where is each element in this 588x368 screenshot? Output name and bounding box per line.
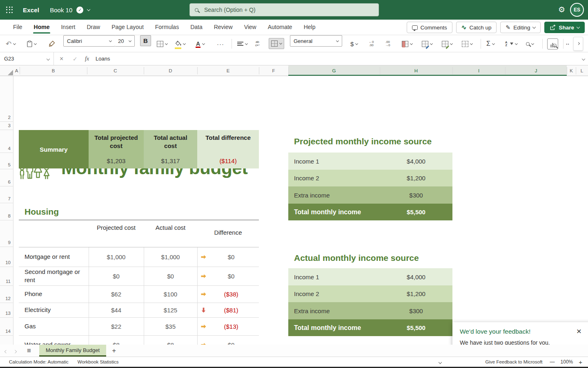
housing-row-phone[interactable]: Phone $62 $100 ($38) (19, 285, 259, 303)
zoom-in-button[interactable]: + (579, 359, 582, 366)
housing-title[interactable]: Housing (24, 207, 59, 217)
expand-ribbon-button[interactable] (573, 37, 583, 51)
income-row[interactable]: Income 2 $1,200 (288, 285, 452, 302)
number-format-select[interactable]: General (290, 35, 342, 47)
prev-sheet-chevron-icon[interactable] (5, 347, 7, 355)
col-header-a[interactable]: A (13, 65, 20, 76)
col-header-j[interactable]: J (505, 65, 567, 76)
income-row[interactable]: Income 1 $4,000 (288, 153, 452, 170)
col-header-g[interactable]: G (288, 65, 380, 76)
cell-styles-button[interactable] (442, 35, 452, 52)
status-options-chevron-icon[interactable] (439, 359, 441, 364)
housing-row-mortgage[interactable]: Mortgage or rent $1,000 $1,000 $0 (19, 247, 259, 267)
decrease-decimal-button[interactable]: .00→0 (385, 35, 390, 52)
more-commands-button[interactable]: ·· (566, 35, 570, 52)
menu-insert[interactable]: Insert (55, 20, 81, 35)
row-header-14[interactable]: 14 (1, 329, 11, 334)
col-header-f[interactable]: F (259, 65, 288, 76)
merge-cells-button[interactable] (269, 38, 284, 49)
editing-mode-button[interactable]: ✎Editing (500, 22, 541, 33)
housing-row-gas[interactable]: Gas $22 $35 ($13) (19, 317, 259, 335)
saved-status-icon[interactable]: ✓ (76, 7, 83, 13)
more-font-options-button[interactable]: ··· (217, 35, 224, 52)
give-feedback-link[interactable]: Give Feedback to Microsoft (486, 359, 543, 364)
menu-page-layout[interactable]: Page Layout (106, 20, 149, 35)
undo-button[interactable]: ↶ (6, 35, 16, 52)
borders-button[interactable] (157, 35, 167, 52)
menu-data[interactable]: Data (185, 20, 208, 35)
sort-filter-button[interactable]: AZ (505, 35, 517, 52)
autosum-button[interactable]: Σ (486, 35, 494, 52)
menu-draw[interactable]: Draw (81, 20, 106, 35)
font-name-select[interactable]: Calibri (63, 35, 115, 47)
row-header-11[interactable]: 11 (1, 279, 11, 284)
format-painter-button[interactable] (48, 35, 55, 52)
housing-col-actual[interactable]: Actual cost (144, 223, 197, 233)
row-header-5[interactable]: 5 (1, 162, 11, 167)
spreadsheet-grid[interactable]: 2 3 4 5 6 7 8 9 10 11 12 13 14 Monthly f… (0, 76, 588, 345)
row-header-8[interactable]: 8 (1, 213, 11, 218)
col-header-h[interactable]: H (380, 65, 452, 76)
align-button[interactable] (237, 35, 247, 52)
row-header-9[interactable]: 9 (1, 240, 11, 245)
col-header-i[interactable]: I (452, 65, 505, 76)
comments-button[interactable]: Comments (407, 22, 452, 33)
summary-header-cell[interactable]: Summary (19, 130, 89, 168)
income-total-row[interactable]: Total monthly income $5,500 (288, 319, 452, 336)
housing-col-projected[interactable]: Projected cost (89, 223, 144, 233)
insert-table-button[interactable] (462, 35, 472, 52)
menu-view[interactable]: View (238, 20, 262, 35)
currency-format-button[interactable]: $ (350, 35, 358, 52)
housing-col-difference[interactable]: Difference (197, 228, 259, 238)
close-icon[interactable]: × (577, 326, 581, 336)
menu-home[interactable]: Home (28, 20, 56, 35)
housing-row-water[interactable]: Water and sewer $8 $8 $0 (19, 335, 259, 345)
row-header-7[interactable]: 7 (1, 196, 11, 201)
summary-difference-cell[interactable]: Total difference ($114) (197, 130, 259, 168)
enter-check-icon[interactable]: ✓ (73, 52, 78, 65)
projected-income-title[interactable]: Projected monthly income source (294, 137, 432, 146)
active-sheet-tab[interactable]: Monthly Family Budget (39, 345, 106, 357)
next-sheet-chevron-icon[interactable] (14, 347, 16, 355)
increase-decimal-button[interactable]: ←0.00 (369, 35, 374, 52)
font-size-select[interactable]: 20 (115, 35, 135, 47)
row-header-6[interactable]: 6 (1, 180, 11, 184)
zoom-out-button[interactable]: — (550, 359, 555, 365)
wrap-text-button[interactable]: abc↩ (255, 35, 260, 52)
workbook-name[interactable]: Book 10 (50, 7, 72, 13)
row-header-13[interactable]: 13 (1, 311, 11, 316)
housing-row-second-mortgage[interactable]: Second mortgage or rent $0 $0 $0 (19, 267, 259, 285)
housing-row-electricity[interactable]: Electricity $44 $125 ($81) (19, 303, 259, 317)
row-header-3[interactable]: 3 (1, 123, 11, 128)
conditional-formatting-button[interactable] (402, 35, 412, 52)
income-row[interactable]: Extra income $300 (288, 302, 452, 319)
income-total-row[interactable]: Total monthly income $5,500 (288, 204, 452, 220)
row-header-4[interactable]: 4 (1, 146, 11, 151)
share-button[interactable]: Share (544, 22, 585, 33)
avatar[interactable]: ES (570, 3, 584, 17)
fill-color-button[interactable] (175, 35, 185, 52)
col-header-e[interactable]: E (197, 65, 259, 76)
col-header-c[interactable]: C (87, 65, 144, 76)
summary-actual-cell[interactable]: Total actual cost $1,317 (144, 130, 197, 168)
catch-up-button[interactable]: ∿Catch up (456, 22, 497, 33)
menu-automate[interactable]: Automate (262, 20, 298, 35)
income-row[interactable]: Income 2 $1,200 (288, 170, 452, 186)
bold-button[interactable]: B (140, 35, 151, 46)
income-row[interactable]: Income 1 $4,000 (288, 268, 452, 285)
col-header-l[interactable]: L (576, 65, 588, 76)
cancel-icon[interactable]: × (60, 52, 63, 65)
row-header-12[interactable]: 12 (1, 296, 11, 301)
insert-function-icon[interactable]: fx (85, 52, 89, 65)
menu-help[interactable]: Help (298, 20, 321, 35)
workbook-chevron-down-icon[interactable] (87, 7, 90, 11)
menu-file[interactable]: File (7, 20, 28, 35)
add-sheet-button[interactable]: + (112, 347, 116, 355)
search-input[interactable] (204, 7, 374, 13)
paste-button[interactable] (27, 35, 36, 52)
zoom-level[interactable]: 100% (561, 359, 573, 365)
workbook-statistics-button[interactable]: Workbook Statistics (78, 359, 119, 364)
menu-review[interactable]: Review (208, 20, 238, 35)
select-all-button[interactable] (8, 70, 13, 75)
sheet-list-menu-icon[interactable]: ≡ (27, 347, 31, 355)
